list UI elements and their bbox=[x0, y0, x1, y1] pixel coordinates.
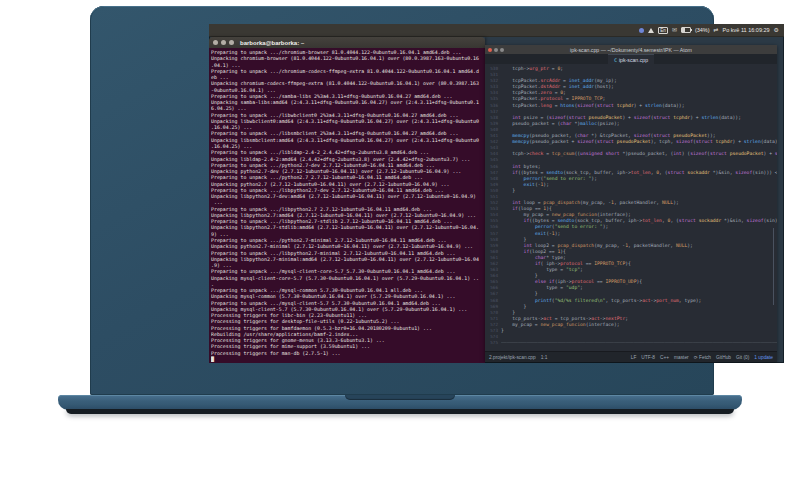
status-update-badge[interactable]: 1 update bbox=[754, 355, 773, 360]
wifi-icon[interactable] bbox=[648, 28, 654, 33]
atom-minimize-button[interactable] bbox=[494, 48, 498, 52]
tab-ipk-scan-cpp[interactable]: C ipk-scan.cpp bbox=[608, 54, 654, 64]
terminal-window[interactable]: barborka@barborka: ~ Preparing to unpack… bbox=[209, 37, 485, 363]
editor-scrollbar[interactable] bbox=[773, 228, 774, 305]
system-tray: En ✉ (34%) ⇄ Po kvě 11 16:09:29 ⚙ bbox=[639, 27, 779, 34]
status-git-changes[interactable]: Git (0) bbox=[736, 355, 749, 360]
terminal-minimize-button[interactable] bbox=[221, 40, 226, 45]
status-github-button[interactable]: GitHub bbox=[716, 355, 731, 360]
battery-icon[interactable] bbox=[681, 27, 691, 33]
battery-percent: (34%) bbox=[695, 27, 710, 33]
status-fetch-button[interactable]: ⟳ Fetch bbox=[694, 355, 711, 360]
terminal-line: Unpacking libpython2.7-minimal:amd64 (2.… bbox=[211, 256, 483, 262]
terminal-output[interactable]: Preparing to unpack .../chromium-browser… bbox=[209, 48, 485, 363]
terminal-line: Unpacking samba-libs:amd64 (2:4.3.11+dfs… bbox=[211, 99, 483, 105]
atom-maximize-button[interactable] bbox=[500, 48, 504, 52]
cpp-file-icon: C bbox=[614, 57, 617, 63]
status-right-group: LF UTF-8 C++ master ⟳ Fetch GitHub Git (… bbox=[631, 355, 773, 360]
page: { "top_panel": { "keyboard_layout": "En"… bbox=[0, 0, 800, 477]
terminal-line: Unpacking mysql-common (5.7.30-0ubuntu0.… bbox=[211, 293, 483, 299]
session-gear-icon[interactable]: ⚙ bbox=[774, 27, 779, 33]
app-indicator-icon[interactable] bbox=[639, 28, 644, 33]
terminal-line: Unpacking libpython2.7-dev:amd64 (2.7.12… bbox=[211, 193, 483, 199]
mail-icon[interactable]: ✉ bbox=[672, 27, 677, 33]
status-encoding[interactable]: UTF-8 bbox=[641, 355, 655, 360]
terminal-line: Preparing to unpack .../chromium-codecs-… bbox=[211, 68, 483, 74]
terminal-line: Unpacking chromium-browser (81.0.4044.12… bbox=[211, 55, 483, 61]
code-line: 575─────────────────────────────────────… bbox=[485, 340, 777, 346]
terminal-titlebar[interactable]: barborka@barborka: ~ bbox=[209, 37, 485, 48]
terminal-line: Unpacking libpython2.7-stdlib:amd64 (2.7… bbox=[211, 224, 483, 230]
status-git-branch[interactable]: master bbox=[674, 355, 689, 360]
clock[interactable]: Po kvě 11 16:09:29 bbox=[723, 27, 770, 33]
atom-window-buttons bbox=[488, 48, 504, 52]
status-line-ending[interactable]: LF bbox=[631, 355, 637, 360]
terminal-line: Preparing to unpack .../libpython2.7-min… bbox=[211, 250, 483, 256]
atom-titlebar[interactable]: ipk-scan.cpp — ~/Dokumenty/4.semestr/IPK… bbox=[485, 45, 777, 54]
atom-window[interactable]: ipk-scan.cpp — ~/Dokumenty/4.semestr/IPK… bbox=[485, 45, 777, 362]
terminal-title: barborka@barborka: ~ bbox=[240, 40, 304, 46]
terminal-line: █ bbox=[211, 356, 483, 362]
status-language[interactable]: C++ bbox=[660, 355, 669, 360]
laptop-base bbox=[58, 395, 742, 410]
laptop-base-notch bbox=[345, 395, 455, 400]
code-editor[interactable]: 530 tcph->urg_ptr = 0;531532 tcpPacket.s… bbox=[485, 64, 777, 351]
status-file-path[interactable]: 2.projekt/ipk-scan.cpp bbox=[489, 355, 536, 360]
sync-arrows-icon[interactable]: ⇄ bbox=[714, 27, 719, 33]
terminal-line: Unpacking python2.7 (2.7.12-1ubuntu0~16.… bbox=[211, 181, 483, 187]
atom-close-button[interactable] bbox=[488, 48, 492, 52]
terminal-line: Unpacking libldap-2.4-2:amd64 (2.4.42+df… bbox=[211, 156, 483, 162]
atom-status-bar: 2.projekt/ipk-scan.cpp 1:1 LF UTF-8 C++ … bbox=[485, 351, 777, 362]
laptop-screen: En ✉ (34%) ⇄ Po kvě 11 16:09:29 ⚙ barbor… bbox=[209, 24, 784, 363]
terminal-line: Unpacking mysql-client-core-5.7 (5.7.30-… bbox=[211, 275, 483, 281]
status-cursor-position[interactable]: 1:1 bbox=[541, 355, 548, 360]
keyboard-layout-indicator[interactable]: En bbox=[658, 27, 668, 34]
atom-title: ipk-scan.cpp — ~/Dokumenty/4.semestr/IPK… bbox=[570, 47, 692, 53]
terminal-line: Unpacking python2.7-minimal (2.7.12-1ubu… bbox=[211, 243, 483, 249]
code-text: ────────────────────────────────────────… bbox=[501, 340, 777, 346]
laptop-lid: En ✉ (34%) ⇄ Po kvě 11 16:09:29 ⚙ barbor… bbox=[90, 6, 714, 395]
terminal-line: Preparing to unpack .../libwbclient0_2%3… bbox=[211, 112, 483, 118]
terminal-maximize-button[interactable] bbox=[229, 40, 234, 45]
terminal-close-button[interactable] bbox=[213, 40, 218, 45]
tab-label: ipk-scan.cpp bbox=[619, 57, 648, 63]
terminal-line: Preparing to unpack .../mysql-client-cor… bbox=[211, 268, 483, 274]
atom-tab-bar: C ipk-scan.cpp bbox=[485, 54, 777, 64]
terminal-line: Unpacking chromium-codecs-ffmpeg-extra (… bbox=[211, 80, 483, 86]
line-number: 575 bbox=[485, 340, 501, 346]
code-lines: 530 tcph->urg_ptr = 0;531532 tcpPacket.s… bbox=[485, 66, 777, 346]
top-panel: En ✉ (34%) ⇄ Po kvě 11 16:09:29 ⚙ bbox=[209, 24, 784, 37]
laptop-base-edge bbox=[66, 409, 734, 414]
terminal-line: Preparing to unpack .../libsmbclient_2%3… bbox=[211, 130, 483, 136]
